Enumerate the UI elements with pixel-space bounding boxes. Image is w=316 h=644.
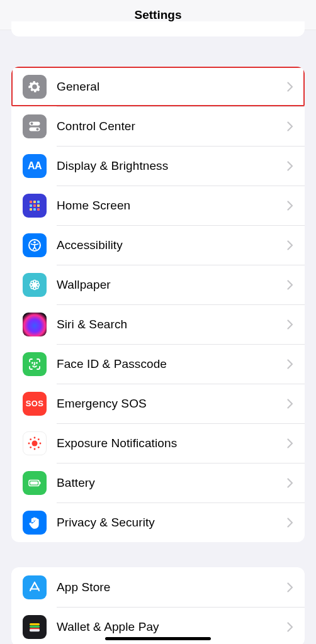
row-label: Home Screen — [57, 199, 287, 213]
hand-icon — [23, 511, 47, 535]
settings-row-general[interactable]: General — [11, 67, 305, 106]
svg-point-31 — [30, 438, 31, 440]
settings-row-emergency-sos[interactable]: SOS Emergency SOS — [11, 384, 305, 423]
previous-group-edge — [11, 21, 305, 36]
svg-rect-8 — [33, 204, 36, 207]
svg-point-22 — [31, 286, 33, 288]
row-label: Accessibility — [57, 238, 287, 252]
settings-row-wallpaper[interactable]: Wallpaper — [11, 265, 305, 304]
settings-row-display-brightness[interactable]: AA Display & Brightness — [11, 146, 305, 186]
accessibility-icon — [23, 233, 47, 257]
svg-rect-39 — [30, 625, 40, 627]
settings-row-face-id-passcode[interactable]: Face ID & Passcode — [11, 344, 305, 384]
svg-rect-9 — [37, 204, 40, 207]
chevron-right-icon — [287, 438, 293, 448]
row-label: General — [57, 80, 287, 94]
chevron-right-icon — [287, 359, 293, 369]
wallet-icon — [23, 615, 47, 639]
svg-point-32 — [38, 438, 40, 440]
text-size-icon: AA — [23, 154, 47, 178]
svg-rect-12 — [37, 208, 40, 211]
settings-group-main: General Control Center AA — [11, 67, 305, 542]
toggles-icon — [23, 114, 47, 138]
row-label: Emergency SOS — [57, 397, 287, 411]
row-label: App Store — [57, 580, 287, 594]
svg-point-24 — [32, 362, 33, 363]
row-label: Control Center — [57, 119, 287, 133]
svg-point-21 — [36, 281, 38, 284]
page-title: Settings — [135, 8, 182, 22]
battery-icon — [23, 471, 47, 495]
row-label: Wallet & Apple Pay — [57, 620, 287, 634]
settings-row-siri-search[interactable]: Siri & Search — [11, 304, 305, 344]
chevron-right-icon — [287, 582, 293, 592]
siri-icon — [23, 313, 47, 336]
svg-point-1 — [31, 122, 33, 125]
svg-point-33 — [30, 446, 31, 448]
row-label: Battery — [57, 476, 287, 490]
chevron-right-icon — [287, 518, 293, 528]
svg-rect-37 — [40, 482, 41, 484]
chevron-right-icon — [287, 478, 293, 488]
row-label: Siri & Search — [57, 318, 287, 331]
chevron-right-icon — [287, 399, 293, 409]
settings-row-control-center[interactable]: Control Center — [11, 106, 305, 146]
settings-row-battery[interactable]: Battery — [11, 463, 305, 502]
face-id-icon — [23, 352, 47, 376]
chevron-right-icon — [287, 280, 293, 290]
svg-rect-10 — [30, 208, 32, 211]
svg-rect-38 — [30, 623, 40, 625]
exposure-icon — [23, 431, 47, 455]
settings-group-store: App Store Wallet & Apple Pay — [11, 567, 305, 644]
chevron-right-icon — [287, 201, 293, 211]
svg-point-14 — [33, 241, 35, 243]
svg-point-29 — [28, 442, 30, 444]
chevron-right-icon — [287, 82, 293, 92]
svg-rect-11 — [33, 208, 36, 211]
svg-rect-6 — [37, 201, 40, 203]
chevron-right-icon — [287, 161, 293, 171]
svg-point-27 — [34, 436, 36, 438]
sos-icon: SOS — [23, 392, 47, 416]
chevron-right-icon — [287, 622, 293, 632]
app-grid-icon — [23, 194, 47, 218]
settings-row-accessibility[interactable]: Accessibility — [11, 225, 305, 265]
svg-rect-41 — [30, 629, 40, 631]
row-label: Display & Brightness — [57, 159, 287, 173]
row-label: Privacy & Security — [57, 516, 287, 530]
svg-rect-4 — [30, 201, 32, 203]
svg-point-25 — [37, 362, 37, 363]
settings-row-app-store[interactable]: App Store — [11, 567, 305, 607]
chevron-right-icon — [287, 121, 293, 131]
home-indicator[interactable] — [105, 637, 211, 640]
settings-row-privacy-security[interactable]: Privacy & Security — [11, 502, 305, 542]
svg-point-28 — [34, 448, 36, 450]
app-store-icon — [23, 575, 47, 599]
settings-row-exposure-notifications[interactable]: Exposure Notifications — [11, 423, 305, 463]
svg-point-3 — [37, 128, 39, 130]
svg-point-20 — [31, 281, 33, 284]
chevron-right-icon — [287, 240, 293, 250]
chevron-right-icon — [287, 319, 293, 330]
svg-point-26 — [32, 440, 38, 446]
settings-row-home-screen[interactable]: Home Screen — [11, 186, 305, 225]
svg-point-23 — [36, 286, 38, 288]
flower-icon — [23, 273, 47, 297]
svg-rect-7 — [30, 204, 32, 207]
row-label: Exposure Notifications — [57, 436, 287, 450]
gear-icon — [23, 75, 47, 99]
svg-point-15 — [33, 283, 36, 286]
svg-point-30 — [40, 442, 42, 444]
row-label: Face ID & Passcode — [57, 357, 287, 371]
svg-rect-36 — [30, 481, 38, 484]
row-label: Wallpaper — [57, 278, 287, 292]
svg-point-34 — [38, 446, 40, 448]
svg-rect-5 — [33, 201, 36, 203]
